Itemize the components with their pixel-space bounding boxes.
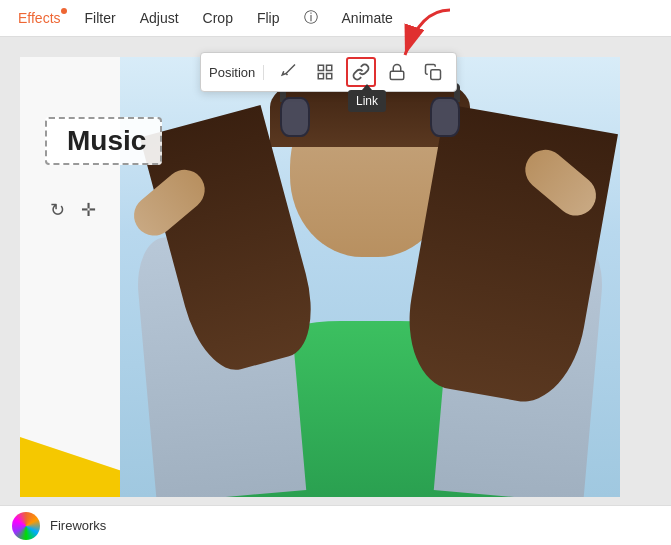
crop-label: Crop — [203, 10, 233, 26]
menu-effects[interactable]: Effects — [8, 4, 71, 32]
move-handle[interactable]: ✛ — [81, 199, 96, 221]
music-text: Music — [67, 125, 146, 157]
menu-bar: Effects Filter Adjust Crop Flip ⓘ Animat… — [0, 0, 671, 37]
photo-container — [120, 57, 620, 497]
svg-rect-5 — [431, 70, 441, 80]
photo-bg — [120, 57, 620, 497]
position-label: Position — [209, 65, 264, 80]
selection-controls: ↻ ✛ — [50, 199, 96, 221]
effects-dot — [61, 8, 67, 14]
flip-label: Flip — [257, 10, 280, 26]
menu-flip[interactable]: Flip — [247, 4, 290, 32]
fireworks-icon — [12, 512, 40, 540]
status-label: Fireworks — [50, 518, 106, 533]
animate-label: Animate — [342, 10, 393, 26]
link-toolbar-btn[interactable] — [346, 57, 376, 87]
menu-filter[interactable]: Filter — [75, 4, 126, 32]
lock-toolbar-btn[interactable] — [382, 57, 412, 87]
canvas-content: Music ↻ ✛ — [20, 57, 620, 497]
paint-toolbar-btn[interactable] — [274, 57, 304, 87]
svg-rect-3 — [327, 74, 332, 79]
info-label: ⓘ — [304, 9, 318, 25]
copy-toolbar-btn[interactable] — [418, 57, 448, 87]
svg-rect-4 — [391, 71, 405, 79]
sub-toolbar: Position — [200, 52, 457, 92]
menu-animate[interactable]: Animate — [332, 4, 403, 32]
grid-toolbar-btn[interactable] — [310, 57, 340, 87]
headphone-right-cup — [430, 97, 460, 137]
tooltip-text: Link — [356, 94, 378, 108]
svg-rect-0 — [319, 65, 324, 70]
menu-info[interactable]: ⓘ — [294, 3, 328, 33]
menu-adjust[interactable]: Adjust — [130, 4, 189, 32]
svg-rect-2 — [319, 74, 324, 79]
svg-rect-1 — [327, 65, 332, 70]
canvas-area: Music ↻ ✛ — [0, 37, 671, 505]
status-bar: Fireworks — [0, 505, 671, 545]
logo-container: Music — [45, 117, 162, 165]
effects-label: Effects — [18, 10, 61, 26]
headphone-left-cup — [280, 97, 310, 137]
adjust-label: Adjust — [140, 10, 179, 26]
filter-label: Filter — [85, 10, 116, 26]
link-tooltip: Link — [348, 90, 386, 112]
rotate-handle[interactable]: ↻ — [50, 199, 65, 221]
menu-crop[interactable]: Crop — [193, 4, 243, 32]
